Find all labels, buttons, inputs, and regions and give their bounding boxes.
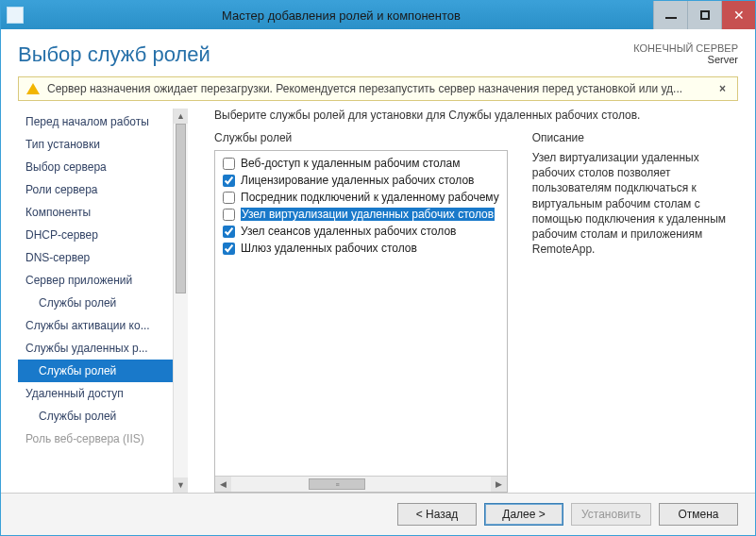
app-icon [7,7,24,24]
sidebar-item[interactable]: Сервер приложений [18,269,188,292]
content-area: Выбор служб ролей КОНЕЧНЫЙ СЕРВЕР Server… [1,29,755,493]
maximize-button[interactable] [687,1,721,29]
role-checkbox[interactable] [223,209,235,221]
sidebar-item[interactable]: DNS-сервер [18,246,188,269]
install-button[interactable]: Установить [571,503,651,526]
main-panel: Выберите службы ролей для установки для … [188,109,738,493]
sidebar-scrollbar[interactable]: ▲ ▼ [173,109,188,493]
sidebar-item[interactable]: Службы ролей [18,405,188,427]
role-checkbox[interactable] [223,192,235,204]
sidebar-item[interactable]: Роль веб-сервера (IIS) [18,427,188,450]
destination-name: Server [633,54,738,65]
warning-icon [26,83,40,94]
instruction-text: Выберите службы ролей для установки для … [214,109,738,122]
sidebar-item[interactable]: Выбор сервера [18,156,188,178]
sidebar-item[interactable]: Тип установки [18,133,188,156]
window-controls: ✕ [653,1,755,29]
role-label: Лицензирование удаленных рабочих столов [241,174,474,187]
description-text: Узел виртуализации удаленных рабочих сто… [532,150,738,257]
role-label: Узел виртуализации удаленных рабочих сто… [241,208,495,221]
close-button[interactable]: ✕ [721,1,755,29]
warning-text: Сервер назначения ожидает перезагрузки. … [47,82,682,95]
sidebar-item[interactable]: Удаленный доступ [18,382,188,405]
scroll-down-icon[interactable]: ▼ [174,477,188,493]
destination-server: КОНЕЧНЫЙ СЕРВЕР Server [633,42,738,65]
cancel-button[interactable]: Отмена [659,503,738,526]
role-checkbox[interactable] [223,243,235,255]
warning-banner: Сервер назначения ожидает перезагрузки. … [18,76,738,101]
sidebar-item[interactable]: DHCP-сервер [18,224,188,246]
roles-list-box: Веб-доступ к удаленным рабочим столамЛиц… [214,150,508,493]
scroll-right-icon[interactable]: ▶ [491,477,507,492]
role-item[interactable]: Узел сеансов удаленных рабочих столов [215,223,507,240]
description-heading: Описание [532,131,738,144]
role-checkbox[interactable] [223,175,235,187]
sidebar-item[interactable]: Службы удаленных р... [18,337,188,360]
role-label: Шлюз удаленных рабочих столов [241,242,417,255]
roles-h-scrollbar[interactable]: ◀ ≡ ▶ [215,476,507,492]
h-scroll-thumb[interactable]: ≡ [309,478,365,490]
scroll-left-icon[interactable]: ◀ [215,477,231,492]
minimize-button[interactable] [653,1,687,29]
titlebar: Мастер добавления ролей и компонентов ✕ [1,1,755,29]
sidebar-item[interactable]: Службы ролей [18,292,188,314]
role-item[interactable]: Шлюз удаленных рабочих столов [215,240,507,257]
nav-sidebar: Перед началом работыТип установкиВыбор с… [18,109,188,493]
wizard-window: Мастер добавления ролей и компонентов ✕ … [0,0,756,536]
destination-label: КОНЕЧНЫЙ СЕРВЕР [633,42,738,54]
next-button[interactable]: Далее > [484,503,563,526]
window-title: Мастер добавления ролей и компонентов [29,8,653,23]
scroll-thumb[interactable] [176,124,186,293]
back-button[interactable]: < Назад [397,503,477,526]
sidebar-item[interactable]: Перед началом работы [18,110,188,133]
role-item[interactable]: Посредник подключений к удаленному рабоч… [215,189,507,206]
warning-close-button[interactable]: × [715,82,730,95]
sidebar-item[interactable]: Службы активации ко... [18,314,188,337]
role-label: Узел сеансов удаленных рабочих столов [241,225,456,238]
role-item[interactable]: Лицензирование удаленных рабочих столов [215,172,507,189]
role-item[interactable]: Веб-доступ к удаленным рабочим столам [215,155,507,172]
sidebar-item[interactable]: Роли сервера [18,178,188,201]
scroll-up-icon[interactable]: ▲ [174,109,188,124]
sidebar-item[interactable]: Компоненты [18,201,188,224]
role-item[interactable]: Узел виртуализации удаленных рабочих сто… [215,206,507,223]
sidebar-item[interactable]: Службы ролей [18,360,188,382]
role-checkbox[interactable] [223,226,235,238]
roles-heading: Службы ролей [214,131,508,144]
role-label: Веб-доступ к удаленным рабочим столам [241,157,460,170]
role-label: Посредник подключений к удаленному рабоч… [241,191,499,204]
role-checkbox[interactable] [223,158,235,170]
page-title: Выбор служб ролей [18,42,210,67]
wizard-footer: < Назад Далее > Установить Отмена [1,493,755,535]
